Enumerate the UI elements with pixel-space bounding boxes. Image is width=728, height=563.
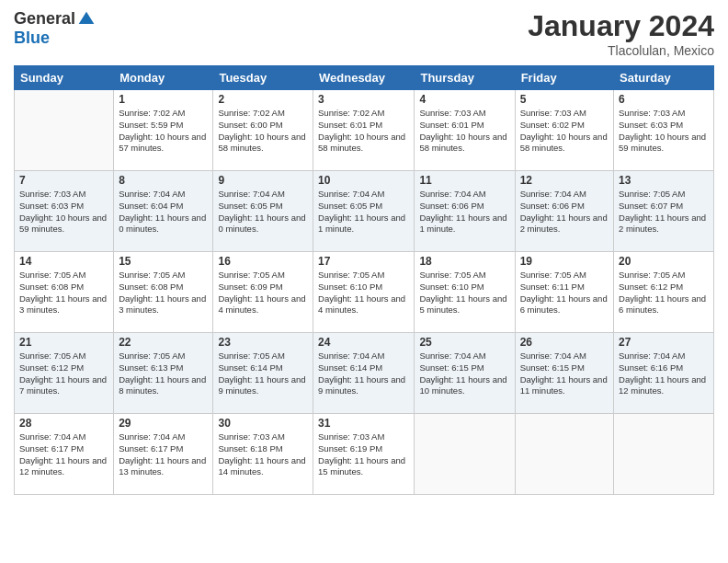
day-info: Sunrise: 7:04 AM Sunset: 6:15 PM Dayligh…	[520, 350, 609, 397]
calendar-header-row: Sunday Monday Tuesday Wednesday Thursday…	[15, 66, 714, 90]
day-info: Sunrise: 7:03 AM Sunset: 6:03 PM Dayligh…	[619, 108, 709, 155]
day-info: Sunrise: 7:05 AM Sunset: 6:07 PM Dayligh…	[619, 189, 709, 236]
day-info: Sunrise: 7:02 AM Sunset: 5:59 PM Dayligh…	[119, 108, 208, 155]
day-info: Sunrise: 7:03 AM Sunset: 6:01 PM Dayligh…	[419, 108, 509, 155]
calendar-cell: 14Sunrise: 7:05 AM Sunset: 6:08 PM Dayli…	[15, 252, 114, 333]
day-number: 26	[520, 336, 609, 349]
calendar-cell: 18Sunrise: 7:05 AM Sunset: 6:10 PM Dayli…	[415, 252, 515, 333]
page-header: General Blue January 2024 Tlacolulan, Me…	[14, 9, 714, 58]
day-info: Sunrise: 7:04 AM Sunset: 6:05 PM Dayligh…	[318, 189, 409, 236]
day-number: 2	[218, 93, 308, 106]
logo-icon	[77, 10, 96, 29]
day-info: Sunrise: 7:05 AM Sunset: 6:12 PM Dayligh…	[619, 270, 709, 316]
day-info: Sunrise: 7:03 AM Sunset: 6:02 PM Dayligh…	[520, 108, 609, 155]
day-number: 22	[119, 336, 208, 349]
day-info: Sunrise: 7:04 AM Sunset: 6:14 PM Dayligh…	[318, 350, 409, 397]
table-row: 1Sunrise: 7:02 AM Sunset: 5:59 PM Daylig…	[15, 90, 714, 171]
day-info: Sunrise: 7:04 AM Sunset: 6:04 PM Dayligh…	[119, 189, 208, 236]
col-tuesday: Tuesday	[213, 66, 313, 90]
day-info: Sunrise: 7:05 AM Sunset: 6:12 PM Dayligh…	[19, 350, 108, 397]
calendar-cell: 7Sunrise: 7:03 AM Sunset: 6:03 PM Daylig…	[15, 171, 114, 252]
logo-general-text: General	[14, 9, 75, 29]
day-number: 13	[619, 174, 709, 187]
day-number: 25	[419, 336, 509, 349]
calendar-cell: 24Sunrise: 7:04 AM Sunset: 6:14 PM Dayli…	[313, 333, 415, 414]
day-info: Sunrise: 7:05 AM Sunset: 6:13 PM Dayligh…	[119, 350, 208, 397]
col-thursday: Thursday	[415, 66, 515, 90]
calendar-cell: 28Sunrise: 7:04 AM Sunset: 6:17 PM Dayli…	[15, 414, 114, 495]
calendar-cell: 8Sunrise: 7:04 AM Sunset: 6:04 PM Daylig…	[114, 171, 213, 252]
day-number: 30	[218, 417, 308, 430]
location-subtitle: Tlacolulan, Mexico	[528, 43, 714, 58]
day-number: 29	[119, 417, 208, 430]
col-sunday: Sunday	[15, 66, 114, 90]
calendar-cell: 12Sunrise: 7:04 AM Sunset: 6:06 PM Dayli…	[515, 171, 613, 252]
calendar-cell: 29Sunrise: 7:04 AM Sunset: 6:17 PM Dayli…	[114, 414, 213, 495]
day-info: Sunrise: 7:03 AM Sunset: 6:18 PM Dayligh…	[218, 431, 308, 478]
day-number: 14	[19, 255, 108, 268]
day-number: 9	[218, 174, 308, 187]
logo: General Blue	[14, 9, 96, 48]
day-info: Sunrise: 7:04 AM Sunset: 6:17 PM Dayligh…	[119, 431, 208, 478]
calendar-cell: 4Sunrise: 7:03 AM Sunset: 6:01 PM Daylig…	[415, 90, 515, 171]
day-number: 17	[318, 255, 409, 268]
day-info: Sunrise: 7:05 AM Sunset: 6:09 PM Dayligh…	[218, 270, 308, 316]
table-row: 21Sunrise: 7:05 AM Sunset: 6:12 PM Dayli…	[15, 333, 714, 414]
calendar-cell: 15Sunrise: 7:05 AM Sunset: 6:08 PM Dayli…	[114, 252, 213, 333]
day-number: 8	[119, 174, 208, 187]
calendar-cell: 10Sunrise: 7:04 AM Sunset: 6:05 PM Dayli…	[313, 171, 415, 252]
day-info: Sunrise: 7:04 AM Sunset: 6:17 PM Dayligh…	[19, 431, 108, 478]
day-info: Sunrise: 7:03 AM Sunset: 6:19 PM Dayligh…	[318, 431, 409, 478]
day-number: 1	[119, 93, 208, 106]
calendar-cell: 11Sunrise: 7:04 AM Sunset: 6:06 PM Dayli…	[415, 171, 515, 252]
day-number: 27	[619, 336, 709, 349]
day-info: Sunrise: 7:05 AM Sunset: 6:14 PM Dayligh…	[218, 350, 308, 397]
table-row: 28Sunrise: 7:04 AM Sunset: 6:17 PM Dayli…	[15, 414, 714, 495]
day-number: 18	[419, 255, 509, 268]
day-number: 11	[419, 174, 509, 187]
calendar-cell	[515, 414, 613, 495]
calendar-cell: 1Sunrise: 7:02 AM Sunset: 5:59 PM Daylig…	[114, 90, 213, 171]
day-number: 5	[520, 93, 609, 106]
day-number: 10	[318, 174, 409, 187]
svg-marker-0	[79, 11, 95, 23]
col-monday: Monday	[114, 66, 213, 90]
calendar-cell: 9Sunrise: 7:04 AM Sunset: 6:05 PM Daylig…	[213, 171, 313, 252]
col-wednesday: Wednesday	[313, 66, 415, 90]
month-year-title: January 2024	[528, 9, 714, 43]
day-info: Sunrise: 7:05 AM Sunset: 6:08 PM Dayligh…	[119, 270, 208, 316]
day-number: 24	[318, 336, 409, 349]
day-info: Sunrise: 7:04 AM Sunset: 6:15 PM Dayligh…	[419, 350, 509, 397]
day-number: 16	[218, 255, 308, 268]
day-number: 7	[19, 174, 108, 187]
col-friday: Friday	[515, 66, 613, 90]
day-info: Sunrise: 7:04 AM Sunset: 6:16 PM Dayligh…	[619, 350, 709, 397]
calendar-cell: 16Sunrise: 7:05 AM Sunset: 6:09 PM Dayli…	[213, 252, 313, 333]
day-info: Sunrise: 7:05 AM Sunset: 6:10 PM Dayligh…	[318, 270, 409, 316]
calendar-cell: 2Sunrise: 7:02 AM Sunset: 6:00 PM Daylig…	[213, 90, 313, 171]
calendar-cell: 31Sunrise: 7:03 AM Sunset: 6:19 PM Dayli…	[313, 414, 415, 495]
calendar-table: Sunday Monday Tuesday Wednesday Thursday…	[14, 65, 714, 495]
day-info: Sunrise: 7:04 AM Sunset: 6:06 PM Dayligh…	[520, 189, 609, 236]
day-info: Sunrise: 7:02 AM Sunset: 6:00 PM Dayligh…	[218, 108, 308, 155]
calendar-cell: 27Sunrise: 7:04 AM Sunset: 6:16 PM Dayli…	[614, 333, 714, 414]
calendar-cell: 5Sunrise: 7:03 AM Sunset: 6:02 PM Daylig…	[515, 90, 613, 171]
day-number: 20	[619, 255, 709, 268]
calendar-cell	[614, 414, 714, 495]
calendar-cell: 23Sunrise: 7:05 AM Sunset: 6:14 PM Dayli…	[213, 333, 313, 414]
logo-blue-text: Blue	[14, 29, 50, 48]
calendar-cell: 3Sunrise: 7:02 AM Sunset: 6:01 PM Daylig…	[313, 90, 415, 171]
day-info: Sunrise: 7:03 AM Sunset: 6:03 PM Dayligh…	[19, 189, 108, 236]
day-info: Sunrise: 7:05 AM Sunset: 6:11 PM Dayligh…	[520, 270, 609, 316]
calendar-cell: 26Sunrise: 7:04 AM Sunset: 6:15 PM Dayli…	[515, 333, 613, 414]
day-number: 12	[520, 174, 609, 187]
title-section: January 2024 Tlacolulan, Mexico	[528, 9, 714, 58]
calendar-cell: 22Sunrise: 7:05 AM Sunset: 6:13 PM Dayli…	[114, 333, 213, 414]
col-saturday: Saturday	[614, 66, 714, 90]
day-number: 31	[318, 417, 409, 430]
day-info: Sunrise: 7:04 AM Sunset: 6:05 PM Dayligh…	[218, 189, 308, 236]
day-info: Sunrise: 7:02 AM Sunset: 6:01 PM Dayligh…	[318, 108, 409, 155]
day-number: 28	[19, 417, 108, 430]
calendar-cell: 19Sunrise: 7:05 AM Sunset: 6:11 PM Dayli…	[515, 252, 613, 333]
calendar-cell: 13Sunrise: 7:05 AM Sunset: 6:07 PM Dayli…	[614, 171, 714, 252]
